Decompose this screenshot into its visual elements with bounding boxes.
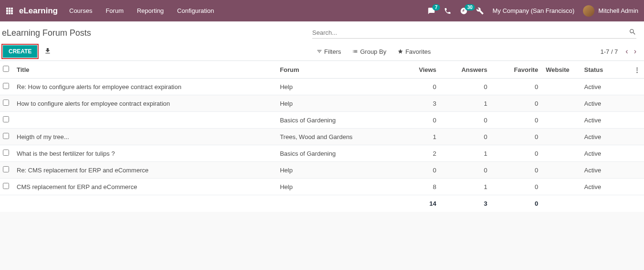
cell-status: Active	[580, 79, 624, 95]
cell-answers: 1	[440, 145, 491, 162]
svg-rect-3	[6, 10, 8, 12]
cell-website	[542, 112, 581, 129]
search-input[interactable]	[312, 27, 629, 38]
chat-icon[interactable]: 7	[428, 7, 435, 15]
favorites-button[interactable]: Favorites	[398, 48, 430, 55]
cell-favorite: 0	[491, 79, 542, 95]
table-row[interactable]: Re: How to configure alerts for employee…	[0, 79, 644, 95]
create-button[interactable]: CREATE	[3, 45, 37, 58]
pager-next-icon[interactable]: ›	[634, 47, 636, 56]
col-favorite[interactable]: Favorite	[491, 61, 542, 79]
cell-website	[542, 79, 581, 95]
svg-rect-6	[6, 12, 8, 14]
row-checkbox[interactable]	[3, 83, 9, 89]
nav-forum[interactable]: Forum	[106, 7, 124, 14]
nav-reporting[interactable]: Reporting	[137, 7, 164, 14]
cell-status: Active	[580, 129, 624, 145]
col-title[interactable]: Title	[13, 61, 276, 79]
cell-title: What is the best fertilizer for tulips ?	[13, 145, 276, 162]
kebab-menu-icon[interactable]: ⋮	[625, 61, 644, 79]
table-row[interactable]: Re: CMS replacement for ERP and eCommerc…	[0, 162, 644, 179]
apps-icon[interactable]	[6, 7, 13, 15]
row-checkbox[interactable]	[3, 100, 9, 106]
cell-title	[13, 112, 276, 129]
cell-answers: 0	[440, 162, 491, 179]
total-favorite: 0	[491, 195, 542, 212]
control-panel: eLearning Forum Posts CREATE Filters Gro…	[0, 21, 644, 61]
cell-title: Re: CMS replacement for ERP and eCommerc…	[13, 162, 276, 179]
cell-answers: 0	[440, 129, 491, 145]
cell-status: Active	[580, 112, 624, 129]
svg-rect-5	[11, 10, 13, 12]
svg-rect-0	[6, 8, 8, 10]
cell-favorite: 0	[491, 179, 542, 195]
cell-forum: Help	[276, 179, 389, 195]
row-checkbox[interactable]	[3, 133, 9, 139]
clock-icon[interactable]: 30	[460, 7, 468, 15]
cell-status: Active	[580, 145, 624, 162]
search-icon[interactable]	[629, 28, 636, 37]
svg-rect-7	[9, 12, 10, 14]
row-checkbox[interactable]	[3, 183, 9, 189]
cell-website	[542, 95, 581, 112]
table-row[interactable]: CMS replacement for ERP and eCommerceHel…	[0, 179, 644, 195]
cell-views: 0	[389, 112, 440, 129]
cell-favorite: 0	[491, 95, 542, 112]
svg-rect-2	[11, 8, 13, 10]
pager-prev-icon[interactable]: ‹	[625, 47, 628, 56]
cell-views: 0	[389, 79, 440, 95]
user-menu[interactable]: Mitchell Admin	[583, 5, 638, 17]
filters-button[interactable]: Filters	[317, 48, 341, 55]
cell-title: How to configure alerts for employee con…	[13, 95, 276, 112]
svg-rect-8	[11, 12, 13, 14]
cell-views: 0	[389, 162, 440, 179]
col-answers[interactable]: Answers	[440, 61, 491, 79]
cell-website	[542, 179, 581, 195]
tools-icon[interactable]	[476, 7, 484, 15]
total-views: 14	[389, 195, 440, 212]
svg-rect-1	[9, 8, 10, 10]
filters-label: Filters	[324, 48, 341, 55]
cell-title: Re: How to configure alerts for employee…	[13, 79, 276, 95]
cell-status: Active	[580, 162, 624, 179]
table-row[interactable]: Basics of Gardening000Active	[0, 112, 644, 129]
clock-badge: 30	[465, 4, 475, 10]
col-status[interactable]: Status	[580, 61, 624, 79]
col-forum[interactable]: Forum	[276, 61, 389, 79]
groupby-button[interactable]: Group By	[352, 48, 386, 55]
brand-title[interactable]: eLearning	[19, 6, 58, 16]
cell-forum: Trees, Wood and Gardens	[276, 129, 389, 145]
download-icon[interactable]	[44, 47, 51, 56]
table-row[interactable]: Heigth of my tree...Trees, Wood and Gard…	[0, 129, 644, 145]
chat-badge: 7	[432, 4, 440, 10]
phone-icon[interactable]	[444, 7, 451, 15]
col-website[interactable]: Website	[542, 61, 581, 79]
navbar-right: 7 30 My Company (San Francisco) Mitchell…	[428, 5, 638, 17]
svg-rect-4	[9, 10, 10, 12]
row-checkbox[interactable]	[3, 150, 9, 156]
cell-website	[542, 162, 581, 179]
row-checkbox[interactable]	[3, 166, 9, 172]
cell-status: Active	[580, 95, 624, 112]
cell-favorite: 0	[491, 112, 542, 129]
table-row[interactable]: How to configure alerts for employee con…	[0, 95, 644, 112]
cell-favorite: 0	[491, 162, 542, 179]
cell-forum: Basics of Gardening	[276, 112, 389, 129]
select-all-checkbox[interactable]	[3, 66, 9, 72]
cell-answers: 1	[440, 95, 491, 112]
table-row[interactable]: What is the best fertilizer for tulips ?…	[0, 145, 644, 162]
nav-configuration[interactable]: Configuration	[177, 7, 214, 14]
row-checkbox[interactable]	[3, 116, 9, 122]
cell-title: CMS replacement for ERP and eCommerce	[13, 179, 276, 195]
company-selector[interactable]: My Company (San Francisco)	[492, 7, 574, 14]
cell-forum: Help	[276, 162, 389, 179]
navbar: eLearning Courses Forum Reporting Config…	[0, 0, 644, 21]
nav-courses[interactable]: Courses	[69, 7, 92, 14]
cell-website	[542, 145, 581, 162]
cell-forum: Help	[276, 79, 389, 95]
col-views[interactable]: Views	[389, 61, 440, 79]
cell-answers: 1	[440, 179, 491, 195]
groupby-label: Group By	[360, 48, 386, 55]
cell-forum: Help	[276, 95, 389, 112]
cell-forum: Basics of Gardening	[276, 145, 389, 162]
